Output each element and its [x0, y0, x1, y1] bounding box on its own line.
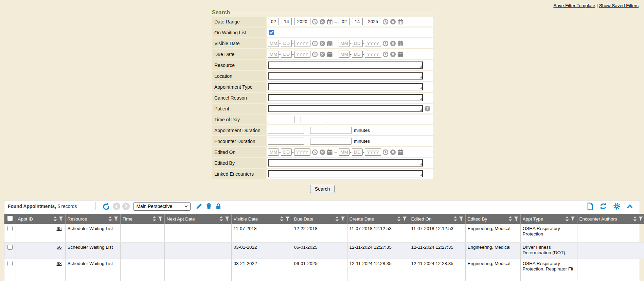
day-input[interactable] — [352, 51, 363, 58]
perspective-select[interactable]: Main Perspective — [133, 202, 191, 211]
filter-icon[interactable] — [639, 216, 643, 221]
calendar-icon[interactable] — [397, 149, 404, 155]
resize-grip-icon[interactable] — [419, 98, 422, 100]
day-input[interactable] — [281, 18, 292, 25]
sort-icon[interactable] — [108, 216, 112, 222]
clear-date-icon[interactable] — [319, 19, 325, 25]
encounter-duration-max-input[interactable] — [310, 138, 352, 145]
filter-icon[interactable] — [514, 216, 518, 221]
refresh-icon[interactable] — [600, 203, 607, 210]
appt-id-link[interactable]: 65 — [56, 226, 61, 231]
help-icon[interactable]: ? — [425, 106, 430, 111]
show-saved-filters-link[interactable]: Show Saved Filters — [599, 3, 639, 8]
year-input[interactable] — [365, 18, 381, 25]
resize-grip-icon[interactable] — [419, 163, 422, 165]
day-input[interactable] — [352, 18, 363, 25]
filter-icon[interactable] — [225, 216, 229, 221]
day-input[interactable] — [281, 40, 292, 47]
calendar-icon[interactable] — [327, 19, 333, 25]
day-input[interactable] — [352, 148, 363, 156]
resize-grip-icon[interactable] — [419, 109, 422, 111]
patient-input[interactable] — [268, 105, 423, 112]
year-input[interactable] — [294, 148, 310, 156]
edit-perspective-icon[interactable] — [196, 203, 202, 210]
day-input[interactable] — [281, 51, 292, 58]
sort-icon[interactable] — [153, 216, 156, 222]
row-checkbox[interactable] — [7, 245, 13, 250]
gear-icon[interactable] — [613, 203, 621, 210]
month-input[interactable] — [268, 40, 279, 47]
filter-icon[interactable] — [459, 216, 463, 221]
time-of-day-from-input[interactable] — [268, 116, 294, 123]
calendar-icon[interactable] — [327, 149, 333, 155]
sort-icon[interactable] — [633, 216, 637, 222]
calendar-icon[interactable] — [397, 51, 404, 57]
sort-icon[interactable] — [280, 216, 284, 222]
month-input[interactable] — [268, 148, 279, 156]
search-button[interactable]: Search — [310, 185, 335, 193]
resource-input[interactable] — [268, 62, 423, 69]
filter-icon[interactable] — [285, 216, 290, 221]
year-input[interactable] — [294, 51, 310, 58]
year-input[interactable] — [365, 148, 381, 156]
filter-icon[interactable] — [341, 216, 345, 221]
sort-icon[interactable] — [219, 216, 223, 222]
clear-date-icon[interactable] — [390, 40, 396, 47]
collapse-panel-icon[interactable] — [627, 204, 633, 209]
resize-grip-icon[interactable] — [419, 87, 422, 89]
lock-perspective-icon[interactable] — [215, 203, 221, 210]
cancel-reason-input[interactable] — [268, 94, 423, 101]
location-input[interactable] — [268, 72, 423, 80]
year-input[interactable] — [294, 18, 310, 25]
clear-date-icon[interactable] — [390, 149, 396, 155]
month-input[interactable] — [339, 18, 350, 25]
edited-by-input[interactable] — [268, 159, 423, 166]
calendar-icon[interactable] — [327, 40, 333, 47]
year-input[interactable] — [365, 40, 381, 47]
appointment-duration-max-input[interactable] — [310, 127, 352, 134]
day-input[interactable] — [281, 148, 292, 156]
clock-icon[interactable] — [382, 51, 389, 57]
month-input[interactable] — [339, 51, 350, 58]
calendar-icon[interactable] — [397, 40, 404, 47]
resize-grip-icon[interactable] — [419, 174, 422, 176]
undo-icon[interactable] — [102, 203, 110, 210]
calendar-icon[interactable] — [327, 51, 333, 57]
filter-icon[interactable] — [59, 216, 63, 221]
appointment-duration-min-input[interactable] — [268, 127, 304, 134]
clock-icon[interactable] — [382, 19, 389, 25]
save-filter-template-link[interactable]: Save Filter Template — [553, 3, 595, 8]
clock-icon[interactable] — [312, 40, 318, 47]
row-checkbox[interactable] — [7, 261, 13, 266]
row-checkbox[interactable] — [7, 226, 13, 231]
clear-date-icon[interactable] — [319, 149, 325, 155]
filter-icon[interactable] — [158, 216, 162, 221]
appt-id-link[interactable]: 66 — [56, 245, 61, 250]
sort-icon[interactable] — [453, 216, 457, 222]
previous-perspective-button[interactable] — [113, 203, 120, 210]
clear-date-icon[interactable] — [390, 51, 396, 57]
next-perspective-button[interactable] — [122, 203, 130, 210]
calendar-icon[interactable] — [397, 19, 404, 25]
clock-icon[interactable] — [312, 149, 318, 155]
clock-icon[interactable] — [382, 40, 389, 47]
month-input[interactable] — [339, 148, 350, 156]
sort-icon[interactable] — [565, 216, 569, 222]
time-of-day-to-input[interactable] — [301, 116, 327, 123]
sort-icon[interactable] — [335, 216, 339, 222]
linked-encounters-input[interactable] — [268, 170, 423, 177]
month-input[interactable] — [339, 40, 350, 47]
sort-icon[interactable] — [508, 216, 512, 222]
sort-icon[interactable] — [53, 216, 57, 222]
delete-perspective-icon[interactable] — [206, 203, 212, 210]
month-input[interactable] — [268, 18, 279, 25]
select-all-checkbox[interactable] — [7, 216, 13, 221]
filter-icon[interactable] — [402, 216, 407, 221]
clock-icon[interactable] — [382, 149, 389, 155]
clear-date-icon[interactable] — [390, 19, 396, 25]
resize-grip-icon[interactable] — [419, 76, 422, 78]
clear-date-icon[interactable] — [319, 40, 325, 47]
export-page-icon[interactable] — [587, 203, 593, 210]
appointment-type-input[interactable] — [268, 83, 423, 90]
resize-grip-icon[interactable] — [419, 65, 422, 68]
